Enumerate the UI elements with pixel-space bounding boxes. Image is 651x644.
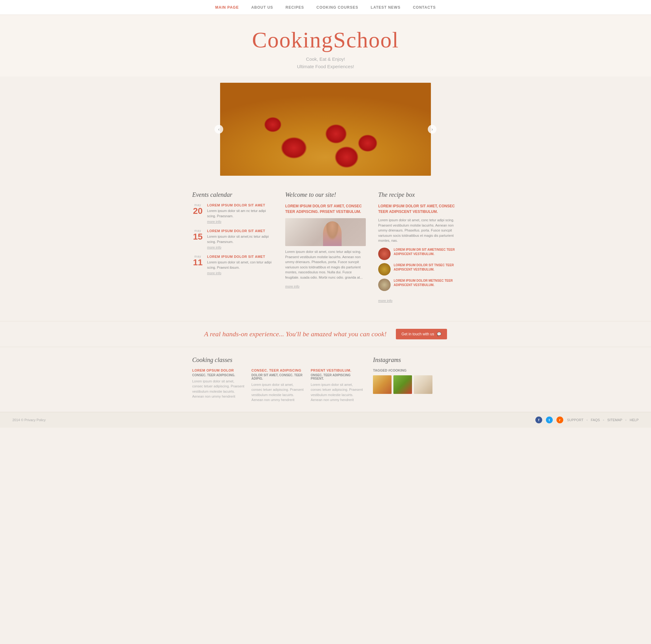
footer-links: SUPPORT ▪ FAQS ▪ SITEMAP ▪ HELP [567,418,639,422]
social-facebook[interactable]: f [535,417,542,423]
events-title: Events calendar [192,191,273,198]
instagrams-title: Instagrams [373,356,459,363]
event-more-2[interactable]: more info [207,246,273,249]
event-date-2: may 15 [192,229,204,241]
hero-slider: ‹ › [220,83,431,176]
welcome-title: Welcome to our site! [285,191,366,198]
banner-section: A real hands-on experience... You'll be … [0,321,651,347]
nav-main-page[interactable]: MAIN PAGE [215,5,239,10]
nav-about-us[interactable]: ABOUT US [251,5,273,10]
nav-latest-news[interactable]: LATEST NEWS [371,5,401,10]
nav-cooking-courses[interactable]: COOKING COURSES [316,5,359,10]
recipe-body: Lorem ipsum dolor sit amet, conc tetur a… [378,218,459,243]
instagram-thumb-1[interactable] [373,375,392,394]
recipe-title: The recipe box [378,191,459,198]
site-tagline: Cook, Eat & Enjoy! Ultimate Food Experie… [6,56,645,70]
recipe-red-text: LOREM IPSUM DOLOR SIT AMET, CONSEC TEER … [378,203,459,215]
class-item-2: CONSEC. TEER ADIPISCING DOLOR SIT AMET, … [251,368,304,402]
site-title: CookingSchool [6,27,645,53]
bottom-section: Cooking classes LOREM OPSUM DOLOR CONSEC… [186,356,465,412]
welcome-red-text: LOREM IPSUM DOLOR SIT AMET, CONSEC TEER … [285,203,366,215]
social-twitter[interactable]: t [546,417,553,423]
recipe-item-3: LOREM IPSUM DOLOR METNSEC TEER ADIPISCEN… [378,279,459,291]
footer-sitemap[interactable]: SITEMAP [607,418,622,422]
instagram-grid [373,375,459,394]
instagram-thumb-3[interactable] [414,375,432,394]
cooking-classes-section: Cooking classes LOREM OPSUM DOLOR CONSEC… [192,356,364,402]
site-header: CookingSchool Cook, Eat & Enjoy! Ultimat… [0,15,651,76]
recipe-more[interactable]: more info [378,299,459,302]
event-more-1[interactable]: more info [207,220,273,223]
event-date-1: may 20 [192,203,204,215]
class-item-3: PRSENT VESTIBULUM. ONSEC. TEER ADIPISCIN… [311,368,364,402]
event-item-2: may 15 LOREM IPSUM DOLOR SIT AMET Lorem … [192,229,273,249]
events-column: Events calendar may 20 LOREM IPSUM DOLOR… [192,191,273,302]
footer-faqs[interactable]: FAQS [591,418,600,422]
recipe-thumb-1 [378,248,391,260]
recipe-column: The recipe box LOREM IPSUM DOLOR SIT AME… [378,191,459,302]
slider-next-arrow[interactable]: › [428,125,436,134]
footer-help[interactable]: HELP [630,418,639,422]
recipe-item-1: LOREM IPSUM DR SIT AMET/NSEC TEER ADIPIS… [378,248,459,260]
main-nav: MAIN PAGE ABOUT US RECIPES COOKING COURS… [0,0,651,15]
footer-support[interactable]: SUPPORT [567,418,583,422]
event-item-1: may 20 LOREM IPSUM DOLOR SIT AMET Lorem … [192,203,273,223]
event-item-3: may 11 LOREM IPSUM DOLOR SIT AMET Lorem … [192,255,273,275]
slider-prev-arrow[interactable]: ‹ [215,125,223,134]
food-image [220,83,431,176]
three-columns: Events calendar may 20 LOREM IPSUM DOLOR… [192,191,459,302]
social-rss[interactable]: r [556,417,563,423]
event-date-3: may 11 [192,255,204,267]
nav-contacts[interactable]: CONTACTS [413,5,436,10]
recipe-thumb-2 [378,263,391,276]
instagrams-section: Instagrams TAGGED #COOKING [373,356,459,402]
slider-image [220,83,431,176]
welcome-more[interactable]: more info [285,285,366,288]
banner-text: A real hands-on experience... You'll be … [204,330,387,338]
recipe-thumb-3 [378,279,391,291]
cooking-classes-title: Cooking classes [192,356,364,363]
instagram-thumb-2[interactable] [393,375,412,394]
welcome-column: Welcome to our site! LOREM IPSUM DOLOR S… [285,191,366,302]
recipe-item-2: LOREM IPSUM DOLOR SIT TNSEC TEER ADIPISC… [378,263,459,276]
chat-icon: 💬 [437,332,441,336]
get-in-touch-button[interactable]: Get in touch with us 💬 [396,329,447,340]
footer-right: f t r SUPPORT ▪ FAQS ▪ SITEMAP ▪ HELP [535,417,639,423]
welcome-image [285,218,366,246]
class-item-1: LOREM OPSUM DOLOR CONSEC. TEER ADIPISCIN… [192,368,245,402]
welcome-body: Lorem ipsum dolor sit amet, conc tetur a… [285,249,366,280]
nav-recipes[interactable]: RECIPES [285,5,304,10]
event-more-3[interactable]: more info [207,271,273,275]
tagged-label: TAGGED #COOKING [373,368,459,372]
footer-copyright: 2014 © Privacy Policy [12,418,45,422]
classes-grid: LOREM OPSUM DOLOR CONSEC. TEER ADIPISCIN… [192,368,364,402]
person-silhouette [323,221,342,246]
site-footer: 2014 © Privacy Policy f t r SUPPORT ▪ FA… [0,412,651,428]
